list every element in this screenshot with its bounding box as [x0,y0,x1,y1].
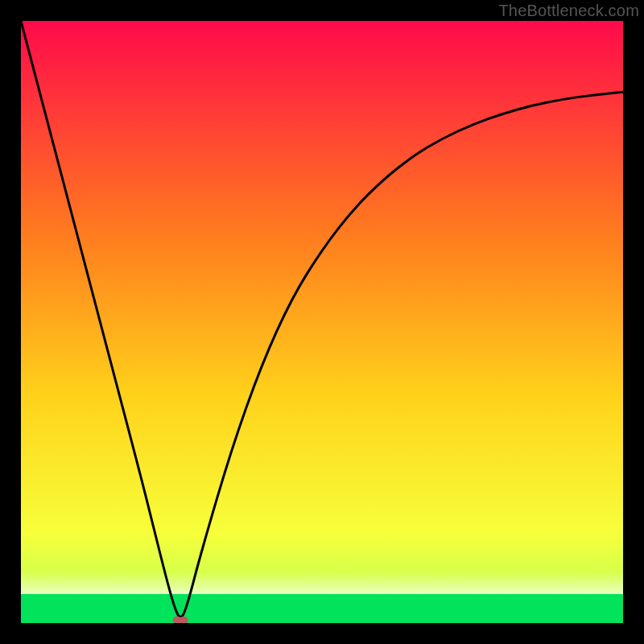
gradient-background [21,21,623,623]
chart-plot [21,21,623,623]
watermark-text: TheBottleneck.com [498,2,639,20]
chart-frame [21,21,623,623]
